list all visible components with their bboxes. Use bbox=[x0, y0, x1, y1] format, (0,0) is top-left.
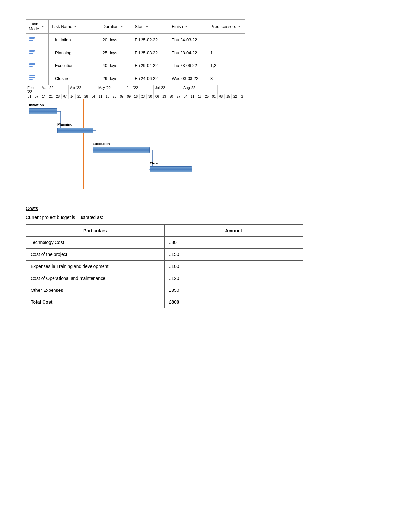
gantt-week-cell: 14 bbox=[69, 94, 76, 99]
gantt-week-cell: 21 bbox=[47, 94, 54, 99]
duration-cell: 40 days bbox=[100, 59, 132, 72]
gantt-week-cell: 20 bbox=[168, 94, 175, 99]
costs-amount-cell: £80 bbox=[164, 237, 303, 249]
col-task-name[interactable]: Task Name bbox=[48, 20, 100, 34]
svg-marker-15 bbox=[34, 77, 35, 78]
task-mode-icon bbox=[29, 74, 36, 83]
svg-rect-12 bbox=[29, 75, 35, 76]
gantt-month-cell: Feb '22 bbox=[26, 85, 40, 94]
col-duration-arrow[interactable] bbox=[121, 26, 123, 27]
col-predecessors-arrow[interactable] bbox=[238, 26, 240, 27]
task-mode-icon bbox=[29, 61, 36, 70]
costs-total-amount: £800 bbox=[164, 296, 303, 308]
gantt-bar-label: Closure bbox=[150, 161, 163, 165]
svg-rect-5 bbox=[29, 51, 34, 52]
task-mode-cell bbox=[26, 34, 49, 46]
svg-marker-7 bbox=[34, 51, 35, 53]
col-duration[interactable]: Duration bbox=[100, 20, 132, 34]
gantt-week-cell: 16 bbox=[132, 94, 140, 99]
costs-total-label: Total Cost bbox=[26, 296, 165, 308]
col-finish-arrow[interactable] bbox=[185, 26, 188, 27]
svg-rect-8 bbox=[29, 63, 35, 64]
gantt-month-cell: Mar '22 bbox=[40, 85, 69, 94]
duration-cell: 25 days bbox=[100, 46, 132, 59]
task-name-cell: Execution bbox=[48, 59, 100, 72]
costs-amount-cell: £100 bbox=[164, 261, 303, 272]
costs-row: Cost of Operational and maintenance £120 bbox=[26, 272, 303, 284]
finish-cell: Thu 24-03-22 bbox=[169, 34, 208, 46]
predecessors-cell bbox=[208, 34, 245, 46]
task-mode-cell bbox=[26, 46, 49, 59]
predecessors-cell: 1 bbox=[208, 46, 245, 59]
finish-cell: Thu 23-06-22 bbox=[169, 59, 208, 72]
gantt-bar bbox=[29, 108, 57, 114]
gantt-week-cell: 08 bbox=[218, 94, 225, 99]
col-start-arrow[interactable] bbox=[146, 26, 148, 27]
gantt-week-cell: 09 bbox=[125, 94, 132, 99]
gantt-week-cell: 25 bbox=[203, 94, 210, 99]
gantt-arrows-svg bbox=[26, 99, 290, 189]
col-task-name-arrow[interactable] bbox=[74, 26, 77, 27]
gantt-ref-line bbox=[83, 99, 84, 189]
start-cell: Fri 25-03-22 bbox=[132, 46, 169, 59]
gantt-month-cell: Aug '22 bbox=[182, 85, 218, 94]
col-task-mode-arrow[interactable] bbox=[41, 26, 44, 27]
gantt-week-cell: 23 bbox=[140, 94, 147, 99]
col-task-mode-label: TaskMode bbox=[29, 22, 39, 31]
duration-cell: 29 days bbox=[100, 72, 132, 85]
gantt-bar-label: Initiation bbox=[29, 103, 44, 107]
svg-rect-1 bbox=[29, 38, 34, 39]
gantt-week-cell: 2 bbox=[239, 94, 246, 99]
task-name-cell: Initiation bbox=[48, 34, 100, 46]
gantt-week-cell: 18 bbox=[104, 94, 111, 99]
gantt-week-cell: 21 bbox=[76, 94, 83, 99]
gantt-week-cell: 11 bbox=[97, 94, 104, 99]
costs-particulars-cell: Expenses in Training and development bbox=[26, 261, 165, 272]
gantt-month-cell: Apr '22 bbox=[69, 85, 97, 94]
finish-cell: Wed 03-08-22 bbox=[169, 72, 208, 85]
gantt-week-cell: 07 bbox=[33, 94, 40, 99]
gantt-body: InitiationPlanningExecutionClosure bbox=[26, 99, 290, 189]
costs-particulars-cell: Cost of the project bbox=[26, 249, 165, 261]
svg-rect-9 bbox=[29, 64, 34, 65]
svg-rect-10 bbox=[29, 66, 33, 67]
gantt-month-cell: Jul '22 bbox=[154, 85, 182, 94]
col-predecessors-label: Predecessors bbox=[210, 24, 236, 29]
gantt-week-cell: 02 bbox=[118, 94, 125, 99]
gantt-weeks-row: 3107142128071421280411182502091623300613… bbox=[26, 94, 290, 99]
gantt-bar bbox=[93, 147, 150, 153]
gantt-row: Planning 25 days Fri 25-03-22 Thu 28-04-… bbox=[26, 46, 245, 59]
task-mode-icon bbox=[29, 48, 36, 57]
gantt-week-cell: 25 bbox=[111, 94, 118, 99]
svg-rect-14 bbox=[29, 79, 33, 80]
gantt-bar-label: Execution bbox=[93, 142, 110, 146]
gantt-row: Closure 29 days Fri 24-06-22 Wed 03-08-2… bbox=[26, 72, 245, 85]
gantt-week-cell: 18 bbox=[196, 94, 203, 99]
costs-row: Cost of the project £150 bbox=[26, 249, 303, 261]
col-finish[interactable]: Finish bbox=[169, 20, 208, 34]
gantt-row: Initiation 20 days Fri 25-02-22 Thu 24-0… bbox=[26, 34, 245, 46]
task-name-cell: Closure bbox=[48, 72, 100, 85]
start-cell: Fri 25-02-22 bbox=[132, 34, 169, 46]
costs-particulars-cell: Cost of Operational and maintenance bbox=[26, 272, 165, 284]
col-task-mode[interactable]: TaskMode bbox=[26, 20, 49, 34]
gantt-week-cell: 31 bbox=[26, 94, 33, 99]
col-duration-label: Duration bbox=[103, 24, 119, 29]
col-predecessors[interactable]: Predecessors bbox=[208, 20, 245, 34]
svg-rect-6 bbox=[29, 53, 33, 54]
costs-row: Expenses in Training and development £10… bbox=[26, 261, 303, 272]
start-cell: Fri 29-04-22 bbox=[132, 59, 169, 72]
costs-header-row: Particulars Amount bbox=[26, 225, 303, 237]
costs-intro: Current project budget is illustrated as… bbox=[26, 215, 385, 220]
col-task-name-label: Task Name bbox=[51, 24, 72, 29]
svg-rect-13 bbox=[29, 77, 34, 78]
gantt-table: TaskMode Task Name Duration Start bbox=[26, 19, 245, 85]
col-start[interactable]: Start bbox=[132, 20, 169, 34]
gantt-week-cell: 15 bbox=[225, 94, 232, 99]
task-mode-icon bbox=[29, 35, 36, 44]
task-mode-cell bbox=[26, 59, 49, 72]
gantt-month-cell: May '22 bbox=[97, 85, 125, 94]
start-cell: Fri 24-06-22 bbox=[132, 72, 169, 85]
svg-marker-11 bbox=[34, 64, 35, 65]
gantt-month-cell: Jun '22 bbox=[125, 85, 154, 94]
